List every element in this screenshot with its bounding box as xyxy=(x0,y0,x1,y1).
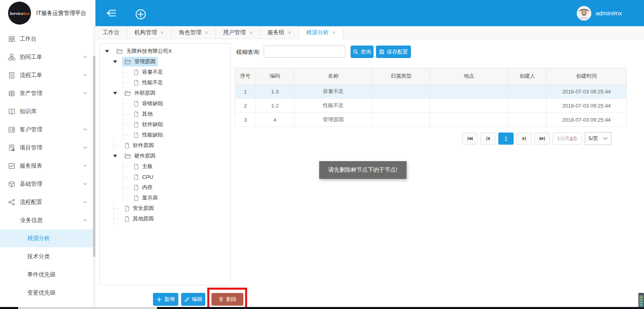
sidebar-item-流程配置[interactable]: 流程配置 xyxy=(0,193,95,211)
tab-工作台[interactable]: 工作台 xyxy=(95,26,127,39)
tree-node-box[interactable]: CPU xyxy=(131,173,155,181)
column-header-编码[interactable]: 编码 xyxy=(256,68,294,85)
table-cell: 2 xyxy=(235,99,256,113)
tree-node-box[interactable]: 其他 xyxy=(131,109,155,119)
tree-node-无限科技有限公司X[interactable]: 无限科技有限公司X xyxy=(100,46,230,56)
tree-node-box[interactable]: 性能缺陷 xyxy=(131,130,165,140)
column-header-序号[interactable]: 序号 xyxy=(235,68,256,85)
delete-button[interactable]: 删除 xyxy=(211,293,244,306)
tree-connector-line xyxy=(122,193,131,203)
table-row[interactable]: 34管理原因2018-07-03 09:25:44 xyxy=(235,113,627,127)
first-page-button[interactable] xyxy=(462,133,477,145)
tree-node-主板[interactable]: 主板 xyxy=(100,161,230,172)
user-menu[interactable]: admin#nx xyxy=(577,0,622,26)
next-page-button[interactable] xyxy=(516,133,532,145)
last-page-button[interactable] xyxy=(535,133,550,145)
tree-node-box[interactable]: 内存 xyxy=(131,182,155,192)
edit-button[interactable]: 编辑 xyxy=(181,293,205,306)
prev-page-button[interactable] xyxy=(480,133,495,145)
sidebar-item-客户管理[interactable]: 客户管理 xyxy=(0,120,95,139)
tree-node-box[interactable]: 主板 xyxy=(131,162,155,171)
sidebar-item-业务信息[interactable]: 业务信息 xyxy=(0,211,95,229)
tree-node-性能不足[interactable]: 性能不足 xyxy=(100,77,230,88)
tree-node-内存[interactable]: 内存 xyxy=(100,182,230,193)
tree-node-外部原因[interactable]: 外部原因 xyxy=(100,88,230,98)
tree-node-容量不足[interactable]: 容量不足 xyxy=(100,67,230,77)
tree-connector-line xyxy=(122,182,131,193)
new-plus-icon[interactable] xyxy=(135,9,146,20)
collapse-menu-icon[interactable] xyxy=(106,9,117,17)
tree-caret-down-icon[interactable] xyxy=(112,92,118,95)
tree-connector-line xyxy=(122,119,131,130)
column-header-创建时间[interactable]: 创建时间 xyxy=(547,68,627,85)
tree-node-box[interactable]: 容量不足 xyxy=(131,67,165,77)
tree-node-硬件原因[interactable]: 硬件原因 xyxy=(100,151,230,161)
tree-node-CPU[interactable]: CPU xyxy=(100,172,230,182)
column-header-归属类型[interactable]: 归属类型 xyxy=(373,68,430,85)
tree-node-其他[interactable]: 其他 xyxy=(100,109,230,119)
tree-node-box[interactable]: 外部原因 xyxy=(122,88,158,98)
tree-caret-down-icon[interactable] xyxy=(104,50,110,53)
tree-caret-down-icon[interactable] xyxy=(112,155,118,158)
sidebar-item-流程工单[interactable]: 流程工单 xyxy=(0,66,95,84)
tree-node-管理原因[interactable]: 管理原因 xyxy=(100,56,230,67)
page-size-select[interactable]: 5/页 xyxy=(585,132,611,145)
tree-node-容错缺陷[interactable]: 容错缺陷 xyxy=(100,98,230,109)
tab-close-icon[interactable]: × xyxy=(332,30,336,35)
column-header-名称[interactable]: 名称 xyxy=(294,68,373,85)
save-config-button[interactable]: 保存配置 xyxy=(376,46,411,58)
sidebar-item-协同工单[interactable]: 协同工单 xyxy=(0,48,95,66)
sidebar-scrollbar-track[interactable] xyxy=(93,26,95,309)
tree-node-box[interactable]: 软件原因 xyxy=(122,141,156,150)
sidebar-item-资产管理[interactable]: 资产管理 xyxy=(0,84,95,102)
sidebar-item-技术分类[interactable]: 技术分类 xyxy=(0,247,95,265)
current-page-button[interactable]: 1 xyxy=(498,133,514,145)
tree-node-box[interactable]: 显示器 xyxy=(131,193,160,203)
tree-node-软件缺陷[interactable]: 软件缺陷 xyxy=(100,119,230,130)
bottom-strip-left xyxy=(0,307,18,309)
tab-服务组[interactable]: 服务组× xyxy=(260,26,299,39)
fuzzy-search-input[interactable] xyxy=(264,46,345,58)
tree-node-性能缺陷[interactable]: 性能缺陷 xyxy=(100,130,230,140)
tree-node-软件原因[interactable]: 软件原因 xyxy=(100,140,230,151)
scroll-indicator-widget[interactable] xyxy=(638,293,644,307)
sidebar-item-服务报表[interactable]: 服务报表 xyxy=(0,157,95,175)
column-header-地点[interactable]: 地点 xyxy=(430,68,508,85)
user-avatar[interactable] xyxy=(577,6,591,21)
tree-node-其他原因[interactable]: 其他原因 xyxy=(100,214,230,224)
sidebar-item-变更优先级[interactable]: 变更优先级 xyxy=(0,284,95,302)
tab-label: 工作台 xyxy=(103,29,120,36)
tab-close-icon[interactable]: × xyxy=(249,30,252,35)
tree-node-box[interactable]: 其他原因 xyxy=(122,214,156,224)
tab-角色管理[interactable]: 角色管理× xyxy=(171,26,216,39)
tab-close-icon[interactable]: × xyxy=(288,30,291,35)
tab-机构管理[interactable]: 机构管理× xyxy=(127,26,171,39)
column-header-创建人[interactable]: 创建人 xyxy=(508,68,547,85)
tab-bar: 工作台机构管理×角色管理×用户管理×服务组×根源分析× xyxy=(95,26,644,39)
tree-node-box[interactable]: 软件缺陷 xyxy=(131,120,165,129)
tree-node-box[interactable]: 管理原因 xyxy=(122,57,158,66)
table-row[interactable]: 21-2性能不足2018-07-03 09:25:44 xyxy=(235,99,627,113)
tree-node-显示器[interactable]: 显示器 xyxy=(100,193,230,203)
tree-node-box[interactable]: 安全原因 xyxy=(122,203,156,213)
sidebar-item-事件优先级[interactable]: 事件优先级 xyxy=(0,265,95,284)
sidebar-item-知识库[interactable]: 知识库 xyxy=(0,102,95,120)
sidebar-item-基础管理[interactable]: 基础管理 xyxy=(0,175,95,193)
table-row[interactable]: 11-3容量不足2018-07-03 09:25:44 xyxy=(235,85,627,99)
tree-node-box[interactable]: 硬件原因 xyxy=(122,151,158,161)
tree-node-box[interactable]: 无限科技有限公司X xyxy=(114,46,174,56)
tree-caret-down-icon[interactable] xyxy=(112,60,118,63)
tree-node-box[interactable]: 性能不足 xyxy=(131,78,165,87)
tab-根源分析[interactable]: 根源分析× xyxy=(299,26,343,39)
tree-node-安全原因[interactable]: 安全原因 xyxy=(100,203,230,214)
sidebar-item-工作台[interactable]: 工作台 xyxy=(0,30,95,48)
sidebar-item-根源分析[interactable]: 根源分析 xyxy=(0,229,95,247)
add-button[interactable]: 新增 xyxy=(153,293,178,306)
tab-close-icon[interactable]: × xyxy=(205,30,208,35)
sidebar-item-项目管理[interactable]: 项目管理 xyxy=(0,139,95,157)
tree-node-box[interactable]: 容错缺陷 xyxy=(131,99,165,108)
query-button[interactable]: 查询 xyxy=(351,46,374,58)
tab-用户管理[interactable]: 用户管理× xyxy=(216,26,260,39)
tab-close-icon[interactable]: × xyxy=(161,30,164,35)
sidebar-scrollbar-thumb[interactable] xyxy=(93,56,95,257)
